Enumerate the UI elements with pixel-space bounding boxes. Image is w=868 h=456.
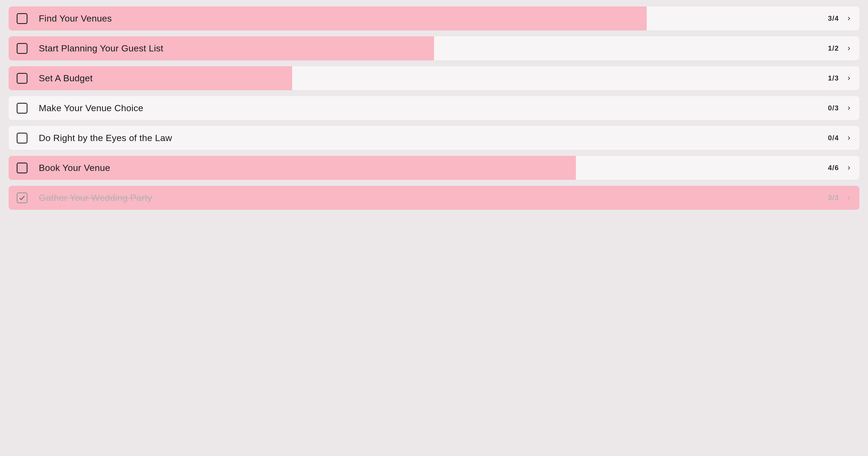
task-count: 1/2	[828, 44, 839, 53]
task-content: Set A Budget1/3	[9, 73, 859, 84]
task-content: Book Your Venue4/6	[9, 163, 859, 173]
task-label: Set A Budget	[39, 73, 828, 84]
task-count: 3/4	[828, 14, 839, 23]
task-count: 4/6	[828, 164, 839, 172]
task-row[interactable]: Gather Your Wedding Party3/3	[9, 186, 859, 210]
task-count: 1/3	[828, 74, 839, 83]
task-checkbox[interactable]	[17, 133, 27, 143]
task-content: Make Your Venue Choice0/3	[9, 103, 859, 113]
task-checkbox[interactable]	[17, 103, 27, 113]
task-content: Start Planning Your Guest List1/2	[9, 43, 859, 54]
task-content: Find Your Venues3/4	[9, 13, 859, 24]
task-list: Find Your Venues3/4Start Planning Your G…	[9, 6, 859, 210]
task-count: 0/4	[828, 134, 839, 142]
task-count: 3/3	[828, 194, 839, 202]
chevron-right-icon	[846, 195, 851, 200]
task-row[interactable]: Start Planning Your Guest List1/2	[9, 36, 859, 60]
chevron-right-icon	[846, 46, 851, 51]
task-label: Make Your Venue Choice	[39, 103, 828, 113]
task-row[interactable]: Make Your Venue Choice0/3	[9, 96, 859, 120]
task-count: 0/3	[828, 104, 839, 112]
task-checkbox[interactable]	[17, 163, 27, 173]
checkmark-icon	[19, 194, 26, 201]
chevron-right-icon	[846, 136, 851, 140]
task-checkbox[interactable]	[17, 43, 27, 54]
chevron-right-icon	[846, 76, 851, 81]
chevron-right-icon	[846, 106, 851, 111]
task-row[interactable]: Book Your Venue4/6	[9, 156, 859, 180]
task-label: Gather Your Wedding Party	[39, 192, 828, 203]
task-label: Find Your Venues	[39, 13, 828, 24]
task-row[interactable]: Set A Budget1/3	[9, 66, 859, 90]
task-checkbox[interactable]	[17, 73, 27, 84]
task-label: Do Right by the Eyes of the Law	[39, 133, 828, 143]
chevron-right-icon	[846, 16, 851, 21]
task-row[interactable]: Do Right by the Eyes of the Law0/4	[9, 126, 859, 150]
task-checkbox[interactable]	[17, 13, 27, 24]
task-content: Do Right by the Eyes of the Law0/4	[9, 133, 859, 143]
task-label: Book Your Venue	[39, 163, 828, 173]
task-content: Gather Your Wedding Party3/3	[9, 192, 859, 203]
chevron-right-icon	[846, 166, 851, 170]
task-row[interactable]: Find Your Venues3/4	[9, 6, 859, 30]
task-label: Start Planning Your Guest List	[39, 43, 828, 54]
task-checkbox[interactable]	[17, 192, 27, 203]
